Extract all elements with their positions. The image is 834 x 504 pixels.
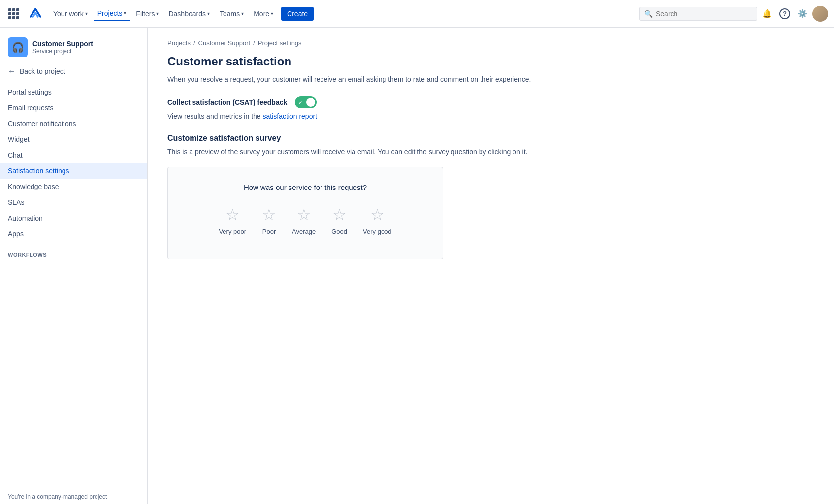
gear-icon: ⚙️	[798, 9, 807, 18]
grid-icon	[8, 8, 19, 19]
project-icon: 🎧	[8, 37, 28, 57]
sidebar-item-email-requests[interactable]: Email requests	[0, 100, 147, 116]
notifications-button[interactable]: 🔔	[759, 6, 775, 22]
user-avatar[interactable]	[812, 6, 828, 22]
page-title: Customer satisfaction	[167, 55, 814, 68]
divider-2	[0, 244, 147, 244]
chevron-down-icon: ▾	[271, 11, 273, 16]
sidebar-item-satisfaction-settings[interactable]: Satisfaction settings	[0, 163, 147, 179]
search-bar[interactable]: 🔍	[639, 7, 757, 21]
checkmark-icon: ✓	[298, 99, 303, 106]
sidebar-item-widget[interactable]: Widget	[0, 131, 147, 147]
divider	[0, 82, 147, 82]
sidebar-item-knowledge-base[interactable]: Knowledge base	[0, 179, 147, 194]
chevron-down-icon: ▾	[124, 10, 126, 16]
sidebar-section-workflows: Workflows	[0, 246, 147, 260]
main-content: Projects / Customer Support / Project se…	[148, 28, 834, 504]
nav-more[interactable]: More ▾	[250, 7, 277, 21]
app-switcher-button[interactable]	[6, 6, 22, 22]
breadcrumb-customer-support[interactable]: Customer Support	[198, 39, 251, 47]
app-layout: 🎧 Customer Support Service project ← Bac…	[0, 28, 834, 504]
survey-preview[interactable]: How was our service for this request? ☆ …	[167, 167, 443, 259]
breadcrumb-sep-1: /	[193, 39, 195, 47]
nav-filters[interactable]: Filters ▾	[132, 7, 162, 21]
bell-icon: 🔔	[762, 9, 772, 18]
csat-toggle-row: Collect satisfaction (CSAT) feedback ✓	[167, 96, 814, 108]
arrow-left-icon: ←	[8, 67, 16, 76]
csat-label: Collect satisfaction (CSAT) feedback	[167, 98, 287, 106]
star-icon-1: ☆	[225, 205, 240, 224]
sidebar-item-portal-settings[interactable]: Portal settings	[0, 84, 147, 100]
star-very-good[interactable]: ☆ Very good	[363, 205, 392, 235]
toggle-slider: ✓	[295, 96, 317, 108]
star-label-1: Very poor	[219, 228, 246, 235]
customize-description: This is a preview of the survey your cus…	[167, 147, 814, 157]
sidebar-footer-text: You're in a company-managed project	[0, 489, 147, 504]
breadcrumb: Projects / Customer Support / Project se…	[167, 39, 814, 47]
sidebar: 🎧 Customer Support Service project ← Bac…	[0, 28, 148, 504]
avatar-image	[812, 6, 828, 22]
star-label-5: Very good	[363, 228, 392, 235]
chevron-down-icon: ▾	[241, 11, 244, 16]
star-icon-2: ☆	[262, 205, 276, 224]
project-name: Customer Support	[32, 40, 93, 48]
csat-report-text: View results and metrics in the satisfac…	[167, 112, 814, 120]
breadcrumb-current: Project settings	[258, 39, 302, 47]
sidebar-item-customer-notifications[interactable]: Customer notifications	[0, 116, 147, 131]
star-poor[interactable]: ☆ Poor	[262, 205, 276, 235]
nav-your-work[interactable]: Your work ▾	[49, 7, 92, 21]
search-input[interactable]	[656, 10, 752, 18]
nav-teams[interactable]: Teams ▾	[216, 7, 248, 21]
breadcrumb-sep-2: /	[253, 39, 255, 47]
star-rating-row: ☆ Very poor ☆ Poor ☆ Average ☆ Good ☆	[188, 205, 423, 235]
star-icon-3: ☆	[297, 205, 311, 224]
nav-dashboards[interactable]: Dashboards ▾	[164, 7, 214, 21]
help-button[interactable]: ?	[777, 6, 793, 22]
create-button[interactable]: Create	[281, 7, 314, 21]
chevron-down-icon: ▾	[207, 11, 210, 16]
star-good[interactable]: ☆ Good	[331, 205, 347, 235]
satisfaction-report-link[interactable]: satisfaction report	[263, 112, 318, 120]
back-to-project-button[interactable]: ← Back to project	[0, 63, 147, 80]
chevron-down-icon: ▾	[156, 11, 159, 16]
star-average[interactable]: ☆ Average	[292, 205, 316, 235]
star-icon-4: ☆	[332, 205, 347, 224]
star-icon-5: ☆	[370, 205, 385, 224]
chevron-down-icon: ▾	[85, 11, 88, 16]
star-label-2: Poor	[262, 228, 276, 235]
sidebar-item-slas[interactable]: SLAs	[0, 194, 147, 210]
sidebar-item-apps[interactable]: Apps	[0, 226, 147, 242]
help-icon: ?	[779, 8, 790, 19]
topnav: Your work ▾ Projects ▾ Filters ▾ Dashboa…	[0, 0, 834, 28]
csat-toggle[interactable]: ✓	[295, 96, 317, 108]
sidebar-item-chat[interactable]: Chat	[0, 147, 147, 163]
settings-button[interactable]: ⚙️	[795, 6, 810, 22]
page-description: When you resolve a request, your custome…	[167, 74, 814, 85]
project-type: Service project	[32, 48, 93, 55]
survey-question[interactable]: How was our service for this request?	[188, 183, 423, 191]
breadcrumb-projects[interactable]: Projects	[167, 39, 191, 47]
app-logo[interactable]	[28, 6, 43, 22]
search-icon: 🔍	[644, 10, 653, 18]
sidebar-item-automation[interactable]: Automation	[0, 210, 147, 226]
star-very-poor[interactable]: ☆ Very poor	[219, 205, 246, 235]
star-label-3: Average	[292, 228, 316, 235]
project-header: 🎧 Customer Support Service project	[0, 28, 147, 63]
star-label-4: Good	[331, 228, 347, 235]
nav-projects[interactable]: Projects ▾	[94, 6, 130, 21]
customize-title: Customize satisfaction survey	[167, 134, 814, 143]
